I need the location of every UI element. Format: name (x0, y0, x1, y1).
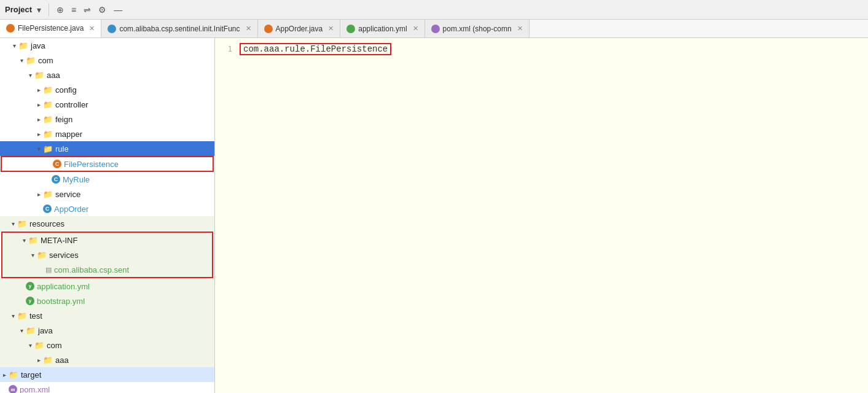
tree-label-rule: rule (55, 144, 69, 154)
tab-close-pom-xml[interactable]: ✕ (517, 25, 523, 33)
yaml-badge-bootstrap: y (26, 297, 34, 305)
tree-label-my-rule: MyRule (63, 175, 90, 184)
sync-icon[interactable]: ⇌ (81, 4, 93, 16)
expand-arrow-aaa[interactable] (26, 72, 34, 79)
java-badge-app-order: C (43, 204, 52, 213)
folder-icon-feign: 📁 (43, 115, 53, 124)
tree-item-java[interactable]: 📁 java (0, 38, 214, 53)
tab-icon-application-yml (346, 25, 355, 33)
tab-close-file-persistence[interactable]: ✕ (89, 25, 95, 33)
folder-icon-test-aaa: 📁 (43, 356, 53, 365)
settings-icon[interactable]: ⚙ (96, 4, 109, 16)
expand-arrow-test-java[interactable] (17, 327, 26, 334)
tab-init-func[interactable]: com.alibaba.csp.sentinel.init.InitFunc ✕ (101, 20, 257, 37)
folder-icon-mapper: 📁 (43, 130, 53, 139)
tree-item-config[interactable]: 📁 config (0, 82, 214, 97)
expand-arrow-config[interactable] (34, 87, 43, 93)
tab-file-persistence[interactable]: FilePersistence.java ✕ (0, 20, 101, 38)
tree-label-service: service (55, 190, 80, 199)
tree-item-aaa[interactable]: 📁 aaa (0, 68, 214, 82)
folder-icon-meta-inf: 📁 (28, 236, 38, 245)
expand-arrow-java[interactable] (10, 42, 18, 49)
java-badge-file-persistence: C (53, 160, 61, 168)
expand-arrow-mapper[interactable] (34, 131, 43, 138)
code-line-1: 1 com.aaa.rule.FilePersistence (215, 43, 868, 56)
expand-arrow-meta-inf[interactable] (20, 237, 28, 244)
tree-label-feign: feign (55, 115, 72, 124)
tree-label-bootstrap-yml: bootstrap.yml (37, 297, 85, 306)
expand-arrow-target[interactable] (0, 372, 9, 378)
tree-item-pom-xml[interactable]: m pom.xml (0, 382, 214, 393)
tree-label-aaa: aaa (47, 71, 60, 80)
tree-label-controller: controller (55, 100, 88, 109)
tree-item-test[interactable]: 📁 test (0, 308, 214, 323)
tab-label-init-func: com.alibaba.csp.sentinel.init.InitFunc (119, 25, 240, 33)
tree-item-app-order[interactable]: C AppOrder (0, 201, 214, 216)
tab-pom-xml[interactable]: pom.xml (shop-comn ✕ (425, 20, 530, 37)
expand-arrow-service[interactable] (34, 191, 43, 198)
toolbar-separator (49, 4, 49, 16)
tree-item-file-persistence[interactable]: C FilePersistence (1, 157, 213, 171)
expand-arrow-test[interactable] (9, 313, 17, 319)
folder-icon-rule: 📁 (43, 144, 53, 154)
tab-app-order[interactable]: AppOrder.java ✕ (258, 20, 341, 37)
tree-item-feign[interactable]: 📁 feign (0, 112, 214, 126)
tree-item-my-rule[interactable]: C MyRule (0, 172, 214, 187)
folder-icon-service: 📁 (43, 190, 53, 199)
line-code-1: com.aaa.rule.FilePersistence (240, 43, 391, 55)
tab-label-file-persistence: FilePersistence.java (18, 24, 84, 33)
folder-icon-test-com: 📁 (34, 341, 44, 350)
expand-arrow-test-aaa[interactable] (34, 357, 43, 364)
toolbar: Project ▾ ⊕ ≡ ⇌ ⚙ — (0, 0, 868, 20)
tree-item-test-com[interactable]: 📁 com (0, 338, 214, 352)
tree-item-mapper[interactable]: 📁 mapper (0, 126, 214, 141)
tree-item-test-java[interactable]: 📁 java (0, 323, 214, 338)
expand-arrow-test-com[interactable] (26, 342, 34, 349)
tree-item-rule[interactable]: 📁 rule (0, 141, 214, 156)
expand-arrow-rule[interactable] (34, 146, 43, 152)
folder-icon-target: 📁 (9, 370, 18, 379)
expand-arrow-services[interactable] (28, 252, 37, 259)
tree-item-com[interactable]: 📁 com (0, 53, 214, 68)
tree-item-resources[interactable]: 📁 resources (0, 216, 214, 231)
tab-close-application-yml[interactable]: ✕ (413, 25, 418, 33)
tab-icon-file-persistence (6, 24, 15, 33)
folder-icon-test: 📁 (17, 311, 27, 321)
tree-item-test-aaa[interactable]: 📁 aaa (0, 352, 214, 367)
tree-label-meta-inf: META-INF (41, 236, 77, 245)
tab-icon-pom-xml (431, 25, 440, 33)
expand-arrow-resources[interactable] (9, 220, 17, 227)
list-icon[interactable]: ≡ (69, 4, 79, 16)
tree-label-test: test (29, 311, 42, 321)
tree-item-meta-inf[interactable]: 📁 META-INF (2, 233, 212, 247)
expand-arrow-controller[interactable] (34, 101, 43, 108)
tree-item-service[interactable]: 📁 service (0, 187, 214, 201)
tree-label-pom-xml: pom.xml (20, 385, 50, 394)
tree-label-file-persistence: FilePersistence (64, 160, 119, 169)
expand-arrow-com[interactable] (17, 57, 26, 64)
dropdown-arrow-icon[interactable]: ▾ (34, 4, 44, 16)
tab-label-app-order: AppOrder.java (276, 25, 323, 33)
tree-item-target[interactable]: 📁 target (0, 367, 214, 382)
expand-arrow-feign[interactable] (34, 116, 43, 123)
tab-close-app-order[interactable]: ✕ (328, 25, 334, 33)
tree-item-init-func-file[interactable]: ▤ com.alibaba.csp.sent (2, 262, 212, 277)
tree-item-application-yml[interactable]: y application.yml (0, 279, 214, 294)
yaml-badge-application: y (26, 282, 34, 290)
toolbar-left: Project ▾ ⊕ ≡ ⇌ ⚙ — (5, 4, 125, 16)
project-label: Project (5, 5, 32, 14)
tree-label-config: config (55, 85, 77, 95)
tab-application-yml[interactable]: application.yml ✕ (340, 20, 424, 37)
tree-item-services[interactable]: 📁 services (2, 247, 212, 262)
minimize-icon[interactable]: — (111, 4, 125, 16)
code-editor[interactable]: 1 com.aaa.rule.FilePersistence (215, 38, 868, 393)
add-icon[interactable]: ⊕ (54, 4, 66, 16)
tree-item-controller[interactable]: 📁 controller (0, 97, 214, 112)
tree-label-application-yml: application.yml (37, 282, 90, 291)
tab-icon-app-order (264, 25, 273, 33)
folder-icon-resources: 📁 (17, 219, 27, 228)
tree-item-bootstrap-yml[interactable]: y bootstrap.yml (0, 294, 214, 308)
tree-label-target: target (21, 370, 41, 379)
tree-label-test-com: com (47, 341, 62, 350)
tab-close-init-func[interactable]: ✕ (246, 25, 251, 33)
